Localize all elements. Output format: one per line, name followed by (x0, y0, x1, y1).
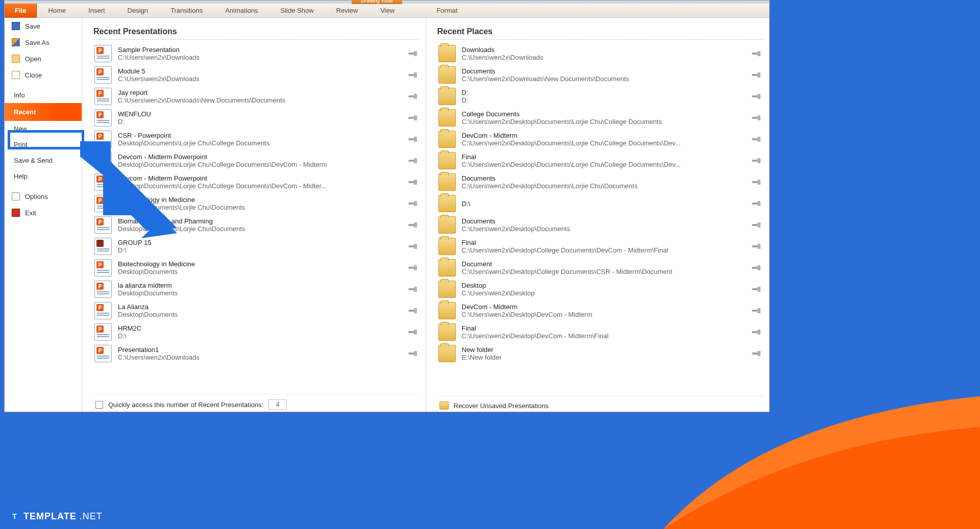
recent-presentation-item[interactable]: Module 5C:\Users\wen2x\Downloads (93, 64, 419, 86)
tab-review[interactable]: Review (325, 7, 370, 14)
quick-access-count[interactable] (268, 399, 287, 410)
recent-place-item[interactable]: DocumentC:\Users\wen2x\Desktop\College D… (437, 257, 763, 279)
sidebar-print[interactable]: Print (5, 137, 82, 153)
file-name: Presentation1 (118, 346, 402, 354)
tab-slide-show[interactable]: Slide Show (270, 7, 325, 14)
sidebar-new[interactable]: New (5, 121, 82, 137)
place-name: D:\ (462, 200, 746, 208)
recent-presentation-item[interactable]: Biomanufacturing and PharmingDesktop\Doc… (93, 214, 419, 236)
recent-presentation-item[interactable]: Biotechnology in MedicineDesktop\Documen… (93, 193, 419, 214)
recent-presentation-item[interactable]: Devcom - Midterm PowerpointDesktop\Docum… (93, 171, 419, 193)
sidebar-info[interactable]: Info (5, 87, 82, 103)
pin-icon[interactable] (408, 200, 418, 207)
tab-home[interactable]: Home (37, 7, 77, 14)
tab-view[interactable]: View (369, 7, 406, 14)
place-name: Documents (462, 67, 746, 75)
quick-access-checkbox[interactable] (95, 401, 103, 409)
recent-presentation-item[interactable]: Sample PresentationC:\Users\wen2x\Downlo… (93, 43, 419, 64)
pin-icon[interactable] (752, 329, 761, 336)
recent-place-item[interactable]: College DocumentsC:\Users\wen2x\Desktop\… (437, 107, 763, 129)
recent-place-item[interactable]: DownloadsC:\Users\wen2x\Downloads (437, 43, 763, 64)
recent-place-item[interactable]: FinalC:\Users\wen2x\Desktop\DevCom - Mid… (437, 321, 763, 343)
recent-presentation-item[interactable]: HRM2CD:\ (93, 321, 419, 343)
recent-presentations-list[interactable]: Sample PresentationC:\Users\wen2x\Downlo… (93, 43, 421, 394)
recent-presentation-item[interactable]: GROUP 15D:\ (93, 236, 419, 257)
sidebar-exit[interactable]: Exit (5, 205, 82, 221)
pin-icon[interactable] (752, 307, 761, 314)
pin-icon[interactable] (408, 243, 418, 250)
sidebar-help[interactable]: Help (5, 168, 82, 184)
recent-place-item[interactable]: DevCom - MidtermC:\Users\wen2x\Desktop\D… (437, 300, 763, 321)
sidebar-save[interactable]: Save (5, 18, 82, 34)
pin-icon[interactable] (752, 221, 761, 229)
tab-transitions[interactable]: Transitions (159, 7, 214, 14)
pin-icon[interactable] (752, 179, 761, 186)
file-name: Devcom - Midterm Powerpoint (118, 174, 402, 182)
tab-file[interactable]: File (5, 4, 37, 18)
divider (437, 39, 765, 40)
recent-place-item[interactable]: DocumentsC:\Users\wen2x\Desktop\Document… (437, 214, 763, 236)
file-path: Desktop\Documents (118, 311, 402, 318)
recent-place-item[interactable]: DocumentsC:\Users\wen2x\Downloads\New Do… (437, 64, 763, 86)
sidebar-options[interactable]: Options (5, 188, 82, 205)
recent-place-item[interactable]: DocumentsC:\Users\wen2x\Desktop\Document… (437, 171, 763, 193)
recent-place-item[interactable]: D:D: (437, 86, 763, 107)
recent-place-item[interactable]: FinalC:\Users\wen2x\Desktop\Documents\Lo… (437, 150, 763, 171)
row-text: DevCom - MidtermC:\Users\wen2x\Desktop\D… (462, 303, 746, 318)
pin-icon[interactable] (752, 157, 761, 164)
pin-icon[interactable] (408, 71, 418, 79)
pin-icon[interactable] (752, 71, 761, 79)
place-path: C:\Users\wen2x\Desktop\College Documents… (462, 268, 746, 275)
pin-icon[interactable] (752, 243, 761, 250)
recent-presentation-item[interactable]: Devcom - Midterm PowerpointDesktop\Docum… (93, 150, 419, 171)
recent-presentation-item[interactable]: la alianza midtermDesktop\Documents (93, 279, 419, 300)
sidebar-close[interactable]: Close (5, 67, 82, 83)
sidebar-recent[interactable]: Recent (5, 103, 82, 121)
pin-icon[interactable] (408, 114, 418, 121)
recent-place-item[interactable]: DesktopC:\Users\wen2x\Desktop (437, 279, 763, 300)
tab-design[interactable]: Design (116, 7, 159, 14)
row-text: DocumentsC:\Users\wen2x\Desktop\Document… (462, 174, 746, 190)
recent-presentation-item[interactable]: Presentation1C:\Users\wen2x\Downloads (93, 343, 419, 364)
pin-icon[interactable] (408, 264, 418, 271)
recent-place-item[interactable]: DevCom - MidtermC:\Users\wen2x\Desktop\D… (437, 129, 763, 150)
pin-icon[interactable] (408, 157, 418, 164)
pin-icon[interactable] (408, 329, 418, 336)
pin-icon[interactable] (752, 50, 761, 57)
pin-icon[interactable] (408, 307, 418, 314)
pin-icon[interactable] (752, 114, 761, 121)
recent-places-list[interactable]: DownloadsC:\Users\wen2x\DownloadsDocumen… (437, 43, 765, 396)
pin-icon[interactable] (408, 136, 418, 143)
pin-icon[interactable] (752, 286, 761, 293)
powerpoint-file-icon (94, 109, 112, 127)
recent-place-item[interactable]: New folderE:\New folder (437, 343, 763, 364)
recent-presentation-item[interactable]: Biotechnology in MedicineDesktop\Documen… (93, 257, 419, 279)
tab-animations[interactable]: Animations (214, 7, 269, 14)
pin-icon[interactable] (752, 136, 761, 143)
recent-place-item[interactable]: D:\ (437, 193, 763, 214)
place-path: E:\New folder (462, 354, 746, 361)
pin-icon[interactable] (752, 200, 761, 207)
sidebar-open[interactable]: Open (5, 51, 82, 67)
place-name: New folder (462, 346, 746, 354)
sidebar-save-send[interactable]: Save & Send (5, 153, 82, 168)
pin-icon[interactable] (752, 264, 761, 271)
pin-icon[interactable] (752, 350, 761, 357)
powerpoint-file-icon (94, 45, 112, 62)
recent-presentation-item[interactable]: CSR - PowerpointDesktop\Documents\Lorjie… (93, 129, 419, 150)
pin-icon[interactable] (408, 286, 418, 293)
tab-insert[interactable]: Insert (77, 7, 116, 14)
recover-footer[interactable]: Recover Unsaved Presentations (437, 396, 765, 412)
pin-icon[interactable] (408, 350, 418, 357)
sidebar-save-as[interactable]: Save As (5, 34, 82, 51)
recent-presentation-item[interactable]: La AlianzaDesktop\Documents (93, 300, 419, 321)
recent-place-item[interactable]: FinalC:\Users\wen2x\Desktop\College Docu… (437, 236, 763, 257)
pin-icon[interactable] (408, 50, 418, 57)
pin-icon[interactable] (408, 179, 418, 186)
recent-presentation-item[interactable]: Jay reportC:\Users\wen2x\Downloads\New D… (93, 86, 419, 107)
pin-icon[interactable] (408, 93, 418, 100)
pin-icon[interactable] (408, 221, 418, 229)
recent-presentation-item[interactable]: WENFLOUD: (93, 107, 419, 129)
tab-format[interactable]: Format (425, 7, 469, 14)
pin-icon[interactable] (752, 93, 761, 100)
